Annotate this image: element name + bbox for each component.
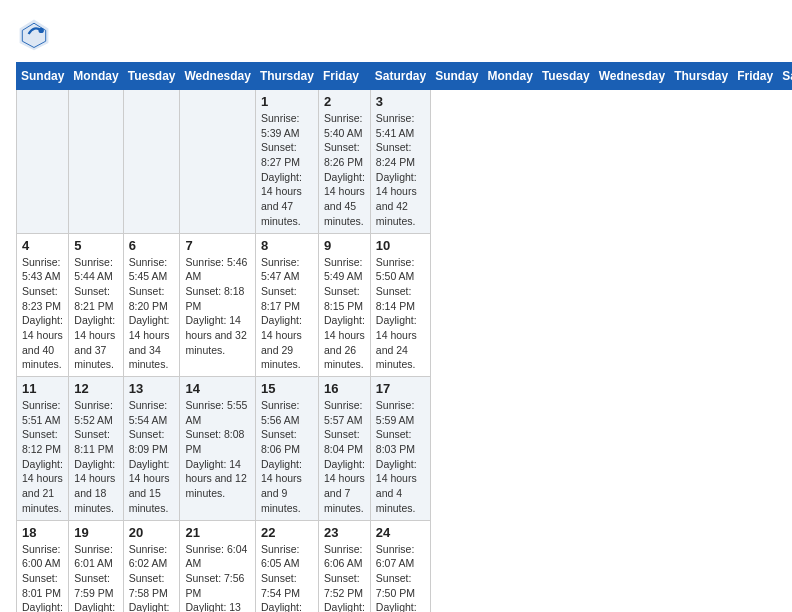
day-number: 5 [74, 238, 117, 253]
day-number: 16 [324, 381, 365, 396]
weekday-header-wednesday: Wednesday [180, 63, 255, 90]
day-number: 17 [376, 381, 425, 396]
calendar-week-row: 18Sunrise: 6:00 AMSunset: 8:01 PMDayligh… [17, 520, 793, 612]
calendar-cell: 21Sunrise: 6:04 AMSunset: 7:56 PMDayligh… [180, 520, 255, 612]
day-info: Sunrise: 5:46 AMSunset: 8:18 PMDaylight:… [185, 255, 249, 358]
day-info: Sunrise: 5:41 AMSunset: 8:24 PMDaylight:… [376, 111, 425, 229]
calendar-cell: 8Sunrise: 5:47 AMSunset: 8:17 PMDaylight… [255, 233, 318, 377]
day-number: 24 [376, 525, 425, 540]
day-info: Sunrise: 5:51 AMSunset: 8:12 PMDaylight:… [22, 398, 63, 516]
svg-marker-0 [20, 20, 49, 51]
calendar-cell: 19Sunrise: 6:01 AMSunset: 7:59 PMDayligh… [69, 520, 123, 612]
day-info: Sunrise: 6:04 AMSunset: 7:56 PMDaylight:… [185, 542, 249, 613]
day-number: 23 [324, 525, 365, 540]
weekday-header-monday: Monday [69, 63, 123, 90]
day-number: 1 [261, 94, 313, 109]
day-info: Sunrise: 5:57 AMSunset: 8:04 PMDaylight:… [324, 398, 365, 516]
weekday-header-saturday: Saturday [370, 63, 430, 90]
calendar-cell: 18Sunrise: 6:00 AMSunset: 8:01 PMDayligh… [17, 520, 69, 612]
day-number: 3 [376, 94, 425, 109]
calendar-cell: 15Sunrise: 5:56 AMSunset: 8:06 PMDayligh… [255, 377, 318, 521]
calendar-cell: 7Sunrise: 5:46 AMSunset: 8:18 PMDaylight… [180, 233, 255, 377]
day-number: 9 [324, 238, 365, 253]
day-info: Sunrise: 5:40 AMSunset: 8:26 PMDaylight:… [324, 111, 365, 229]
day-number: 11 [22, 381, 63, 396]
logo [16, 16, 56, 52]
day-info: Sunrise: 5:56 AMSunset: 8:06 PMDaylight:… [261, 398, 313, 516]
day-info: Sunrise: 5:49 AMSunset: 8:15 PMDaylight:… [324, 255, 365, 373]
day-number: 12 [74, 381, 117, 396]
calendar-cell: 6Sunrise: 5:45 AMSunset: 8:20 PMDaylight… [123, 233, 180, 377]
day-number: 20 [129, 525, 175, 540]
calendar-header-row: SundayMondayTuesdayWednesdayThursdayFrid… [17, 63, 793, 90]
calendar-cell: 14Sunrise: 5:55 AMSunset: 8:08 PMDayligh… [180, 377, 255, 521]
calendar-cell: 3Sunrise: 5:41 AMSunset: 8:24 PMDaylight… [370, 90, 430, 234]
day-info: Sunrise: 6:07 AMSunset: 7:50 PMDaylight:… [376, 542, 425, 613]
day-info: Sunrise: 5:47 AMSunset: 8:17 PMDaylight:… [261, 255, 313, 373]
day-number: 2 [324, 94, 365, 109]
day-number: 14 [185, 381, 249, 396]
calendar-cell [69, 90, 123, 234]
day-number: 15 [261, 381, 313, 396]
calendar-cell: 17Sunrise: 5:59 AMSunset: 8:03 PMDayligh… [370, 377, 430, 521]
day-number: 22 [261, 525, 313, 540]
calendar-cell [17, 90, 69, 234]
day-info: Sunrise: 5:45 AMSunset: 8:20 PMDaylight:… [129, 255, 175, 373]
weekday-header-friday: Friday [318, 63, 370, 90]
day-number: 13 [129, 381, 175, 396]
day-number: 10 [376, 238, 425, 253]
calendar-cell: 22Sunrise: 6:05 AMSunset: 7:54 PMDayligh… [255, 520, 318, 612]
calendar-cell: 2Sunrise: 5:40 AMSunset: 8:26 PMDaylight… [318, 90, 370, 234]
day-number: 7 [185, 238, 249, 253]
day-info: Sunrise: 6:00 AMSunset: 8:01 PMDaylight:… [22, 542, 63, 613]
header [16, 16, 776, 52]
weekday-header-tuesday: Tuesday [123, 63, 180, 90]
day-info: Sunrise: 6:06 AMSunset: 7:52 PMDaylight:… [324, 542, 365, 613]
weekday-header-thursday: Thursday [255, 63, 318, 90]
day-number: 18 [22, 525, 63, 540]
calendar-cell: 12Sunrise: 5:52 AMSunset: 8:11 PMDayligh… [69, 377, 123, 521]
calendar-cell: 9Sunrise: 5:49 AMSunset: 8:15 PMDaylight… [318, 233, 370, 377]
calendar-cell: 5Sunrise: 5:44 AMSunset: 8:21 PMDaylight… [69, 233, 123, 377]
calendar-cell: 11Sunrise: 5:51 AMSunset: 8:12 PMDayligh… [17, 377, 69, 521]
weekday-header: Monday [483, 63, 537, 90]
calendar-week-row: 1Sunrise: 5:39 AMSunset: 8:27 PMDaylight… [17, 90, 793, 234]
calendar-cell: 1Sunrise: 5:39 AMSunset: 8:27 PMDaylight… [255, 90, 318, 234]
day-number: 21 [185, 525, 249, 540]
day-info: Sunrise: 6:02 AMSunset: 7:58 PMDaylight:… [129, 542, 175, 613]
day-info: Sunrise: 5:43 AMSunset: 8:23 PMDaylight:… [22, 255, 63, 373]
day-number: 19 [74, 525, 117, 540]
weekday-header-sunday: Sunday [17, 63, 69, 90]
calendar-table: SundayMondayTuesdayWednesdayThursdayFrid… [16, 62, 792, 612]
logo-icon [16, 16, 52, 52]
calendar-cell [123, 90, 180, 234]
calendar-cell: 4Sunrise: 5:43 AMSunset: 8:23 PMDaylight… [17, 233, 69, 377]
day-info: Sunrise: 5:54 AMSunset: 8:09 PMDaylight:… [129, 398, 175, 516]
svg-point-2 [39, 28, 44, 33]
day-info: Sunrise: 5:39 AMSunset: 8:27 PMDaylight:… [261, 111, 313, 229]
day-info: Sunrise: 6:05 AMSunset: 7:54 PMDaylight:… [261, 542, 313, 613]
calendar-cell: 10Sunrise: 5:50 AMSunset: 8:14 PMDayligh… [370, 233, 430, 377]
day-info: Sunrise: 5:44 AMSunset: 8:21 PMDaylight:… [74, 255, 117, 373]
day-number: 4 [22, 238, 63, 253]
calendar-week-row: 4Sunrise: 5:43 AMSunset: 8:23 PMDaylight… [17, 233, 793, 377]
weekday-header: Wednesday [594, 63, 669, 90]
calendar-cell: 20Sunrise: 6:02 AMSunset: 7:58 PMDayligh… [123, 520, 180, 612]
weekday-header: Thursday [670, 63, 733, 90]
day-number: 6 [129, 238, 175, 253]
weekday-header: Friday [733, 63, 778, 90]
calendar-cell: 13Sunrise: 5:54 AMSunset: 8:09 PMDayligh… [123, 377, 180, 521]
day-info: Sunrise: 6:01 AMSunset: 7:59 PMDaylight:… [74, 542, 117, 613]
day-info: Sunrise: 5:50 AMSunset: 8:14 PMDaylight:… [376, 255, 425, 373]
weekday-header: Tuesday [537, 63, 594, 90]
calendar-cell: 23Sunrise: 6:06 AMSunset: 7:52 PMDayligh… [318, 520, 370, 612]
calendar-cell: 24Sunrise: 6:07 AMSunset: 7:50 PMDayligh… [370, 520, 430, 612]
calendar-week-row: 11Sunrise: 5:51 AMSunset: 8:12 PMDayligh… [17, 377, 793, 521]
day-info: Sunrise: 5:55 AMSunset: 8:08 PMDaylight:… [185, 398, 249, 501]
weekday-header: Saturday [778, 63, 792, 90]
weekday-header: Sunday [431, 63, 483, 90]
calendar-cell [180, 90, 255, 234]
day-info: Sunrise: 5:59 AMSunset: 8:03 PMDaylight:… [376, 398, 425, 516]
day-info: Sunrise: 5:52 AMSunset: 8:11 PMDaylight:… [74, 398, 117, 516]
calendar-cell: 16Sunrise: 5:57 AMSunset: 8:04 PMDayligh… [318, 377, 370, 521]
